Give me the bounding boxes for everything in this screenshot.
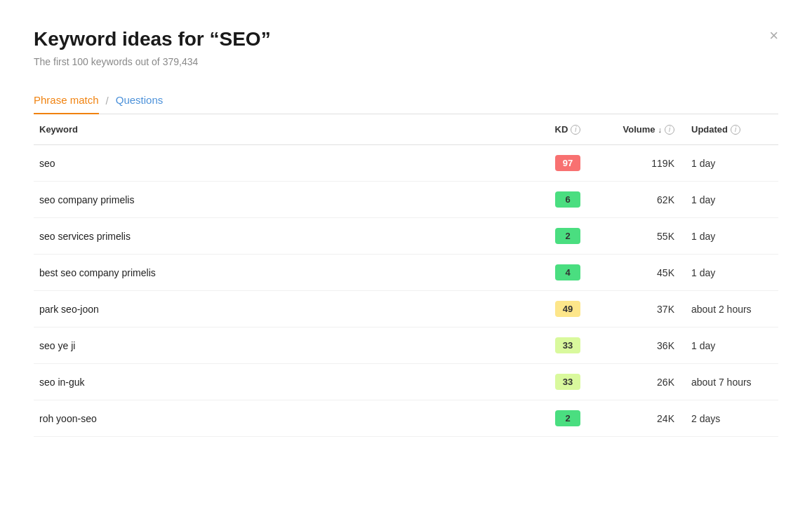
col-header-kd: KD i	[540, 114, 596, 145]
col-header-keyword: Keyword	[34, 114, 540, 145]
cell-kd: 2	[540, 218, 596, 255]
cell-kd: 33	[540, 364, 596, 400]
table-row: seo in-guk3326Kabout 7 hours	[34, 364, 778, 400]
table-row: park seo-joon4937Kabout 2 hours	[34, 291, 778, 327]
cell-kd: 33	[540, 327, 596, 364]
cell-volume: 26K	[596, 364, 680, 400]
cell-keyword: seo services primelis	[34, 218, 540, 255]
cell-kd: 49	[540, 291, 596, 327]
volume-sort-icon[interactable]: ↓	[658, 126, 663, 134]
cell-keyword: roh yoon-seo	[34, 400, 540, 437]
table-row: best seo company primelis445K1 day	[34, 255, 778, 291]
cell-kd: 97	[540, 145, 596, 182]
cell-keyword: park seo-joon	[34, 291, 540, 327]
kd-badge: 33	[555, 374, 580, 390]
cell-updated: about 7 hours	[680, 364, 778, 400]
col-header-volume: Volume ↓ i	[596, 114, 680, 145]
cell-keyword: seo	[34, 145, 540, 182]
cell-updated: 1 day	[680, 182, 778, 218]
cell-keyword: seo company primelis	[34, 182, 540, 218]
cell-kd: 6	[540, 182, 596, 218]
table-row: seo company primelis662K1 day	[34, 182, 778, 218]
tab-bar: Phrase match / Questions	[34, 87, 778, 114]
kd-badge: 2	[555, 228, 580, 244]
cell-volume: 62K	[596, 182, 680, 218]
cell-keyword: seo in-guk	[34, 364, 540, 400]
table-row: seo services primelis255K1 day	[34, 218, 778, 255]
table-header: Keyword KD i Volume ↓ i Updated i	[34, 114, 778, 145]
kd-badge: 2	[555, 410, 580, 426]
updated-info-icon[interactable]: i	[731, 125, 740, 135]
cell-volume: 119K	[596, 145, 680, 182]
cell-updated: 1 day	[680, 255, 778, 291]
kd-badge: 97	[555, 155, 580, 171]
cell-keyword: seo ye ji	[34, 327, 540, 364]
cell-kd: 4	[540, 255, 596, 291]
tab-divider: /	[106, 95, 109, 107]
kd-badge: 4	[555, 264, 580, 280]
volume-info-icon[interactable]: i	[665, 125, 674, 135]
kd-info-icon[interactable]: i	[571, 125, 580, 135]
table-row: roh yoon-seo224K2 days	[34, 400, 778, 437]
cell-updated: 1 day	[680, 327, 778, 364]
cell-volume: 36K	[596, 327, 680, 364]
cell-updated: 1 day	[680, 145, 778, 182]
cell-volume: 55K	[596, 218, 680, 255]
tab-phrase-match[interactable]: Phrase match	[34, 87, 99, 114]
cell-volume: 45K	[596, 255, 680, 291]
cell-updated: 1 day	[680, 218, 778, 255]
cell-volume: 24K	[596, 400, 680, 437]
tab-questions[interactable]: Questions	[116, 87, 164, 114]
kd-badge: 6	[555, 191, 580, 208]
table-body: seo97119K1 dayseo company primelis662K1 …	[34, 145, 778, 437]
keywords-table: Keyword KD i Volume ↓ i Updated i	[34, 114, 778, 437]
cell-updated: about 2 hours	[680, 291, 778, 327]
cell-volume: 37K	[596, 291, 680, 327]
page-header: Keyword ideas for “SEO” The first 100 ke…	[34, 28, 778, 67]
page-subtitle: The first 100 keywords out of 379,434	[34, 56, 778, 67]
close-button[interactable]: ×	[769, 28, 778, 43]
page-title: Keyword ideas for “SEO”	[34, 28, 778, 50]
col-header-updated: Updated i	[680, 114, 778, 145]
table-row: seo ye ji3336K1 day	[34, 327, 778, 364]
cell-kd: 2	[540, 400, 596, 437]
header-row: Keyword KD i Volume ↓ i Updated i	[34, 114, 778, 145]
table-row: seo97119K1 day	[34, 145, 778, 182]
kd-badge: 33	[555, 337, 580, 353]
cell-updated: 2 days	[680, 400, 778, 437]
kd-badge: 49	[555, 301, 580, 317]
cell-keyword: best seo company primelis	[34, 255, 540, 291]
